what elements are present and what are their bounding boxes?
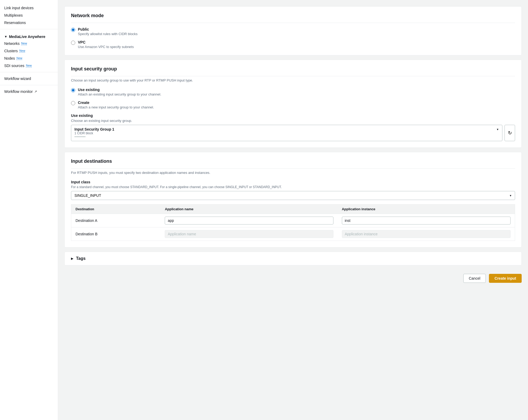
radio-public-desc: Specify allowlist rules with CIDR blocks: [78, 32, 138, 36]
sidebar-item-label: Multiplexes: [4, 13, 23, 17]
isg-select-blurred: ••••••••••: [74, 135, 499, 139]
main-content: Network mode Public Specify allowlist ru…: [58, 0, 528, 420]
input-security-group-section: Input security group Choose an input sec…: [64, 60, 522, 148]
radio-use-existing[interactable]: [71, 88, 75, 92]
sidebar-item-workflow-wizard[interactable]: Workflow wizard: [0, 75, 58, 82]
input-class-select-container: SINGLE_INPUT STANDARD_INPUT: [71, 191, 515, 200]
network-mode-options: Public Specify allowlist rules with CIDR…: [71, 27, 515, 49]
radio-public-label: Public: [78, 27, 138, 31]
sidebar-item-reservations[interactable]: Reservations: [0, 19, 58, 26]
dest-b-app-instance-cell: [338, 227, 515, 241]
dest-a-app-instance-cell: [338, 214, 515, 227]
isg-select-display: Input Security Group 1 ▼ 1 CIDR block ••…: [74, 127, 499, 139]
input-class-select[interactable]: SINGLE_INPUT STANDARD_INPUT: [71, 191, 515, 200]
isg-select-main-row: Input Security Group 1 ▼: [74, 127, 499, 131]
chevron-down-icon: ▼: [496, 128, 499, 131]
dest-a-label: Destination A: [71, 214, 161, 227]
network-mode-title: Network mode: [71, 13, 515, 23]
sidebar-item-label: Link input devices: [4, 6, 34, 10]
radio-create-label: Create: [78, 101, 154, 105]
sidebar-section-medialive-anywhere[interactable]: ▼ MediaLive Anywhere: [0, 32, 58, 40]
new-badge: New: [26, 64, 32, 67]
dest-b-app-name-cell: [161, 227, 337, 241]
refresh-icon: ↻: [508, 130, 512, 136]
isg-title: Input security group: [71, 66, 515, 76]
sidebar-item-label: Clusters: [4, 49, 18, 53]
chevron-right-icon: ▶: [71, 257, 73, 260]
radio-option-create[interactable]: Create Attach a new input security group…: [71, 101, 515, 109]
table-row: Destination B: [71, 227, 515, 241]
sidebar-item-label: Reservations: [4, 21, 26, 25]
th-app-name: Application name: [161, 204, 337, 214]
input-dest-title: Input destinations: [71, 159, 515, 169]
isg-select-title: Input Security Group 1: [74, 127, 114, 131]
sidebar-item-label: Networks: [4, 41, 20, 46]
radio-vpc[interactable]: [71, 41, 75, 45]
dest-b-label: Destination B: [71, 227, 161, 241]
table-header-row: Destination Application name Application…: [71, 204, 515, 214]
use-existing-desc: Choose an existing input security group.: [71, 119, 515, 123]
tags-section[interactable]: ▶ Tags: [64, 252, 522, 265]
isg-options: Use existing Attach an existing input se…: [71, 88, 515, 109]
radio-create[interactable]: [71, 101, 75, 105]
radio-use-existing-desc: Attach an existing input security group …: [78, 92, 161, 96]
input-destinations-section: Input destinations For RTMP PUSH inputs,…: [64, 152, 522, 247]
chevron-down-icon: ▼: [4, 35, 7, 39]
new-badge: New: [16, 57, 22, 60]
radio-create-desc: Attach a new input security group to you…: [78, 105, 154, 109]
new-badge: New: [21, 42, 27, 45]
use-existing-label: Use existing: [71, 113, 515, 118]
refresh-button[interactable]: ↻: [505, 125, 515, 141]
th-app-instance: Application instance: [338, 204, 515, 214]
input-dest-desc: For RTMP PUSH inputs, you must specify t…: [71, 171, 515, 175]
sidebar-divider-2: [0, 72, 58, 72]
isg-dropdown[interactable]: Input Security Group 1 ▼ 1 CIDR block ••…: [71, 125, 502, 141]
th-destination: Destination: [71, 204, 161, 214]
input-class-desc: For a standard channel, you must choose …: [71, 185, 515, 189]
radio-use-existing-label: Use existing: [78, 88, 161, 92]
radio-option-public[interactable]: Public Specify allowlist rules with CIDR…: [71, 27, 515, 36]
sidebar-item-label: SDI sources: [4, 64, 24, 68]
external-link-icon: ↗: [34, 90, 37, 93]
destinations-table: Destination Application name Application…: [71, 204, 515, 241]
isg-dropdown-row: Input Security Group 1 ▼ 1 CIDR block ••…: [71, 125, 515, 141]
sidebar-item-link-input-devices[interactable]: Link input devices: [0, 4, 58, 12]
dest-a-app-name-input[interactable]: [165, 217, 333, 225]
sidebar-item-multiplexes[interactable]: Multiplexes: [0, 12, 58, 19]
dest-b-app-instance-input[interactable]: [342, 230, 511, 238]
sidebar-item-sdi-sources[interactable]: SDI sources New: [0, 62, 58, 69]
create-input-button[interactable]: Create input: [489, 274, 522, 283]
new-badge: New: [19, 49, 25, 52]
isg-description: Choose an input security group to use wi…: [71, 78, 515, 82]
sidebar-item-nodes[interactable]: Nodes New: [0, 55, 58, 62]
radio-vpc-desc: Use Amazon VPC to specify subnets: [78, 45, 134, 49]
table-row: Destination A: [71, 214, 515, 227]
dest-a-app-name-cell: [161, 214, 337, 227]
dest-b-app-name-input[interactable]: [165, 230, 333, 238]
sidebar-divider-3: [0, 85, 58, 85]
radio-option-vpc[interactable]: VPC Use Amazon VPC to specify subnets: [71, 40, 515, 49]
sidebar-item-clusters[interactable]: Clusters New: [0, 47, 58, 55]
radio-vpc-label: VPC: [78, 40, 134, 44]
sidebar-divider-1: [0, 29, 58, 29]
footer: Cancel Create input: [64, 270, 522, 283]
sidebar-item-networks[interactable]: Networks New: [0, 40, 58, 47]
sidebar-item-label: Nodes: [4, 56, 15, 60]
input-class-label: Input class: [71, 180, 515, 184]
sidebar-item-label: Workflow monitor: [4, 89, 33, 94]
radio-public[interactable]: [71, 28, 75, 32]
network-mode-section: Network mode Public Specify allowlist ru…: [64, 6, 522, 55]
isg-select-subtitle: 1 CIDR block: [74, 131, 499, 135]
section-label: MediaLive Anywhere: [9, 35, 45, 39]
cancel-button[interactable]: Cancel: [463, 274, 486, 283]
sidebar-item-label: Workflow wizard: [4, 77, 31, 81]
radio-option-use-existing[interactable]: Use existing Attach an existing input se…: [71, 88, 515, 96]
dest-a-app-instance-input[interactable]: [342, 217, 511, 225]
sidebar-item-workflow-monitor[interactable]: Workflow monitor ↗: [0, 88, 58, 95]
tags-title: Tags: [76, 256, 86, 261]
sidebar: Link input devices Multiplexes Reservati…: [0, 0, 58, 420]
